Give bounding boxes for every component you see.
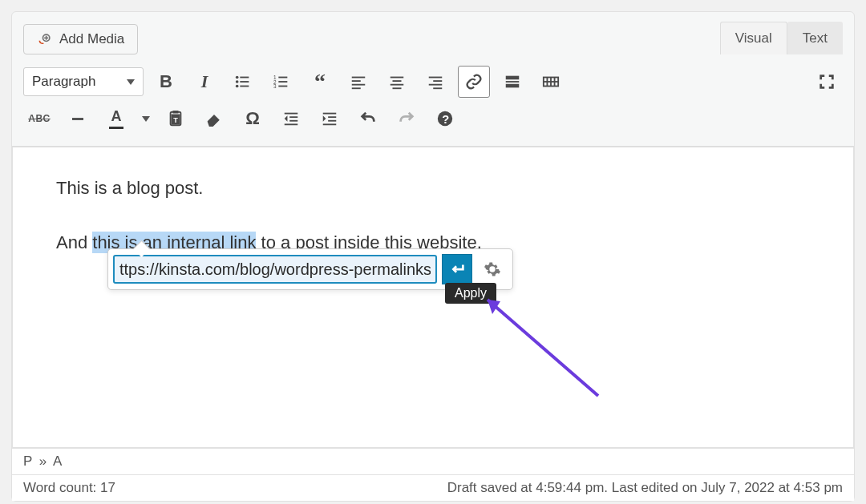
bold-icon: B <box>160 71 172 92</box>
undo-icon <box>359 110 377 127</box>
svg-line-48 <box>488 300 598 396</box>
link-url-input[interactable] <box>113 255 437 284</box>
chevron-down-icon <box>127 79 135 85</box>
align-center-button[interactable] <box>381 66 413 98</box>
indent-icon <box>321 110 338 127</box>
draft-status: Draft saved at 4:59:44 pm. Last edited o… <box>447 480 843 496</box>
toolbar-row-1: Paragraph B I 123 “ <box>23 66 843 98</box>
svg-point-5 <box>236 85 239 88</box>
readmore-icon <box>504 73 521 91</box>
textcolor-dropdown[interactable] <box>139 103 153 135</box>
paragraph[interactable]: This is a blog post. <box>56 178 810 199</box>
align-left-button[interactable] <box>342 66 374 98</box>
svg-rect-42 <box>323 113 337 115</box>
gear-icon <box>484 260 501 278</box>
toolbar-toggle-button[interactable] <box>535 66 567 98</box>
link-icon <box>465 73 483 91</box>
enter-icon <box>448 260 466 278</box>
strikethrough-icon: ABC <box>28 113 51 124</box>
svg-rect-17 <box>391 77 404 79</box>
keyboard-icon <box>542 73 560 91</box>
tab-text[interactable]: Text <box>787 22 843 54</box>
svg-rect-8 <box>278 77 287 79</box>
svg-rect-18 <box>393 80 402 82</box>
omega-icon: Ω <box>245 108 260 129</box>
content-editor[interactable]: This is a blog post. And this is an inte… <box>12 147 854 448</box>
editor-panel: Add Media Visual Text Paragraph B I 123 … <box>11 11 855 502</box>
editor-tabs: Visual Text <box>720 22 843 54</box>
italic-button[interactable]: I <box>188 66 221 98</box>
clipboard-t-icon: TT <box>167 110 184 127</box>
svg-rect-15 <box>352 84 366 86</box>
svg-rect-34 <box>172 111 178 114</box>
svg-rect-6 <box>240 86 249 87</box>
svg-rect-40 <box>289 120 297 122</box>
fullscreen-icon <box>818 73 836 91</box>
ul-button[interactable] <box>227 66 259 98</box>
italic-icon: I <box>201 71 208 92</box>
undo-button[interactable] <box>352 103 384 135</box>
svg-text:3: 3 <box>273 83 277 89</box>
svg-rect-43 <box>328 116 336 118</box>
fullscreen-button[interactable] <box>811 66 843 98</box>
hr-button[interactable] <box>62 103 94 135</box>
svg-rect-41 <box>285 123 298 125</box>
svg-point-1 <box>236 76 239 79</box>
readmore-button[interactable] <box>496 66 528 98</box>
toolbar: Paragraph B I 123 “ ABC A TT Ω <box>12 54 854 147</box>
inline-link-toolbar: Apply <box>107 248 513 290</box>
word-count: Word count: 17 <box>23 480 115 496</box>
svg-rect-45 <box>323 123 337 125</box>
svg-rect-24 <box>433 87 442 89</box>
element-path[interactable]: P » A <box>12 448 854 474</box>
list-ul-icon <box>234 73 252 91</box>
svg-rect-16 <box>352 87 361 89</box>
tab-visual[interactable]: Visual <box>720 22 787 54</box>
add-media-button[interactable]: Add Media <box>23 24 138 54</box>
svg-rect-39 <box>289 116 297 118</box>
svg-rect-19 <box>391 84 404 86</box>
quote-button[interactable]: “ <box>304 66 336 98</box>
svg-rect-2 <box>240 77 249 79</box>
svg-rect-12 <box>278 86 287 87</box>
link-settings-button[interactable] <box>477 254 508 284</box>
format-select[interactable]: Paragraph <box>23 67 144 96</box>
svg-rect-22 <box>433 80 442 82</box>
top-row: Add Media Visual Text <box>12 12 854 54</box>
list-ol-icon: 123 <box>273 73 290 91</box>
toolbar-row-2: ABC A TT Ω ? <box>23 103 843 135</box>
svg-rect-10 <box>278 81 287 83</box>
add-media-label: Add Media <box>59 31 124 47</box>
format-select-label: Paragraph <box>32 74 95 90</box>
align-right-button[interactable] <box>419 66 451 98</box>
status-bar: Word count: 17 Draft saved at 4:59:44 pm… <box>12 474 854 501</box>
apply-tooltip: Apply <box>445 283 496 304</box>
media-icon <box>37 31 53 47</box>
strikethrough-button[interactable]: ABC <box>23 103 55 135</box>
outdent-icon <box>282 110 300 127</box>
svg-rect-4 <box>240 81 249 83</box>
svg-rect-38 <box>285 113 298 115</box>
annotation-arrow <box>478 292 606 404</box>
svg-rect-27 <box>506 84 520 88</box>
hr-icon <box>72 118 83 120</box>
textcolor-button[interactable]: A <box>100 103 132 135</box>
ol-button[interactable]: 123 <box>265 66 297 98</box>
redo-button[interactable] <box>391 103 423 135</box>
quote-icon: “ <box>314 69 326 95</box>
textcolor-icon: A <box>109 108 123 129</box>
eraser-icon <box>205 110 223 127</box>
outdent-button[interactable] <box>275 103 307 135</box>
clear-formatting-button[interactable] <box>198 103 230 135</box>
bold-button[interactable]: B <box>150 66 182 98</box>
paste-text-button[interactable]: TT <box>160 103 192 135</box>
svg-point-3 <box>236 80 239 83</box>
apply-link-button[interactable] <box>442 254 472 284</box>
svg-rect-14 <box>352 80 361 82</box>
link-button[interactable] <box>458 66 490 98</box>
indent-button[interactable] <box>314 103 346 135</box>
svg-rect-25 <box>506 76 520 80</box>
special-char-button[interactable]: Ω <box>237 103 269 135</box>
help-button[interactable]: ? <box>429 103 461 135</box>
chevron-down-icon <box>142 116 150 122</box>
